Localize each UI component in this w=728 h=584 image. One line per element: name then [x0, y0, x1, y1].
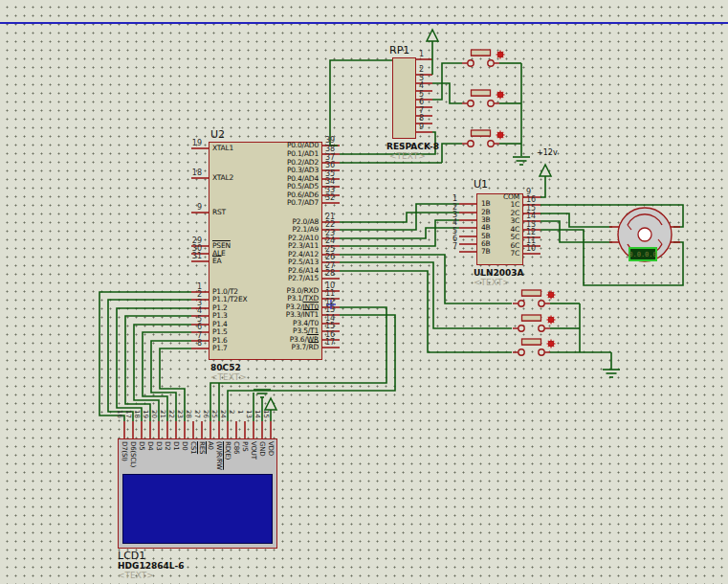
pin-name: P1.5	[212, 327, 228, 336]
push-button-bottom-2[interactable]	[513, 315, 556, 331]
pin-number: 32	[325, 193, 335, 202]
pin-number: 22	[167, 410, 175, 418]
push-button-top-1[interactable]	[462, 50, 505, 66]
pin-name: VDD	[267, 441, 275, 456]
pin-number: 8	[177, 339, 202, 348]
pin-number: 17	[325, 338, 335, 347]
pin-name: P3.1/TXD	[271, 294, 319, 303]
pin-number: 18	[177, 168, 202, 177]
motor-step-display: 0.0.0.0	[629, 247, 657, 261]
button-actuator-marker[interactable]	[547, 316, 556, 325]
pin-number: 25	[210, 410, 218, 418]
schematic-canvas: U2 80C52 <TEXT> RP1 RESPACK-8 <TEXT> U1 …	[0, 0, 728, 584]
pin-number: 10	[526, 244, 536, 253]
pin-number: 13	[325, 305, 335, 314]
button-actuator-marker[interactable]	[496, 51, 505, 59]
ground-symbol-bottom[interactable]	[603, 370, 620, 377]
pin-number: 13	[245, 410, 253, 418]
button-actuator-marker[interactable]	[547, 291, 556, 300]
button-actuator-marker[interactable]	[547, 340, 556, 348]
pin-name: P3.3/INT1	[271, 310, 319, 319]
pin-number: 16	[116, 410, 123, 418]
u1-ref: U1	[474, 178, 488, 191]
u2-text-placeholder: <TEXT>	[210, 372, 247, 382]
pin-number: 24	[325, 236, 335, 245]
pin-number: 6	[419, 98, 424, 106]
pin-number: 15	[262, 410, 270, 418]
pin-name: P2.3/A11	[271, 241, 319, 250]
pin-number: 24	[219, 410, 227, 418]
power-arrow-respack[interactable]	[427, 30, 438, 41]
pin-name: 5C	[483, 233, 519, 241]
pin-number: 4	[177, 306, 202, 315]
pin-name: GND	[258, 441, 266, 456]
pin-number: 39	[325, 136, 335, 145]
ground-symbol-top[interactable]	[513, 157, 530, 165]
pin-number: 21	[159, 410, 166, 418]
pin-name: P1.7	[212, 344, 228, 352]
pin-number: 17	[124, 410, 132, 418]
pin-number: 31	[177, 252, 202, 260]
pin-name: P2.5/A13	[271, 258, 319, 266]
pin-name: RST	[212, 208, 226, 216]
pin-name: XTAL1	[212, 144, 233, 152]
button-actuator-marker[interactable]	[496, 131, 505, 140]
push-button-bottom-3[interactable]	[513, 339, 556, 355]
pin-name: CS1	[189, 441, 197, 454]
pin-name: P3.5/T1	[271, 326, 319, 335]
push-button-bottom-1[interactable]	[513, 290, 556, 306]
pin-number: 23	[176, 410, 184, 418]
u1-value: ULN2003A	[474, 268, 524, 278]
wire	[432, 83, 462, 103]
pin-name: 1C	[483, 200, 519, 209]
pin-number: 8	[419, 114, 424, 123]
pin-number: 1	[419, 50, 424, 58]
pin-number: 19	[177, 139, 202, 147]
pin-name: P0.7/AD7	[271, 198, 319, 207]
push-button-top-3[interactable]	[462, 130, 505, 146]
pin-number: 28	[325, 269, 335, 278]
pin-name: P/S	[241, 441, 249, 451]
pin-number: 14	[254, 410, 261, 418]
pin-number: 4	[419, 81, 424, 90]
pin-number: 1	[438, 194, 457, 203]
pin-name: P0.0/AD0	[271, 141, 319, 149]
pin-number: 9	[177, 203, 202, 212]
respack-body[interactable]	[392, 57, 416, 139]
pin-number: 1	[236, 410, 244, 414]
pin-name: P0.3/AD3	[271, 166, 319, 174]
pin-number: 20	[150, 410, 158, 418]
rp1-ref: RP1	[389, 44, 409, 56]
pin-number: 14	[526, 212, 536, 220]
rp1-text-placeholder: <TEXT>	[389, 151, 426, 161]
pin-name: D2	[164, 441, 171, 450]
pin-name: P2.1/A9	[271, 225, 319, 234]
pin-name: C86	[232, 441, 240, 454]
wire	[432, 63, 462, 100]
push-button-top-2[interactable]	[462, 90, 505, 106]
power-rail-label: +12v	[537, 148, 558, 157]
u2-ref: U2	[210, 128, 225, 141]
pin-number: 19	[142, 410, 149, 418]
pin-number: 36	[325, 161, 335, 169]
pin-name: XTAL2	[212, 173, 233, 182]
pin-name: RES	[198, 441, 206, 454]
wire	[540, 213, 612, 227]
pin-number: 18	[133, 410, 141, 418]
power-arrow-lcd[interactable]	[265, 398, 276, 410]
pin-name: P1.1/T2EX	[212, 295, 247, 303]
pin-number: 9	[419, 123, 424, 131]
power-arrow-12v[interactable]	[540, 165, 551, 176]
pin-number: 2	[419, 65, 424, 74]
pin-number: 4	[438, 218, 457, 227]
wiring-layer	[0, 0, 728, 584]
pin-name: (W)R/RW	[215, 441, 223, 470]
button-actuator-marker[interactable]	[496, 91, 505, 100]
pin-name: A0	[207, 441, 214, 450]
pin-number: 16	[526, 195, 536, 204]
pin-number: 34	[325, 177, 335, 186]
pin-number: 2	[177, 290, 202, 299]
pin-number: 26	[325, 253, 335, 261]
pin-name: P2.7/A15	[271, 274, 319, 282]
pin-number: 28	[185, 410, 192, 418]
